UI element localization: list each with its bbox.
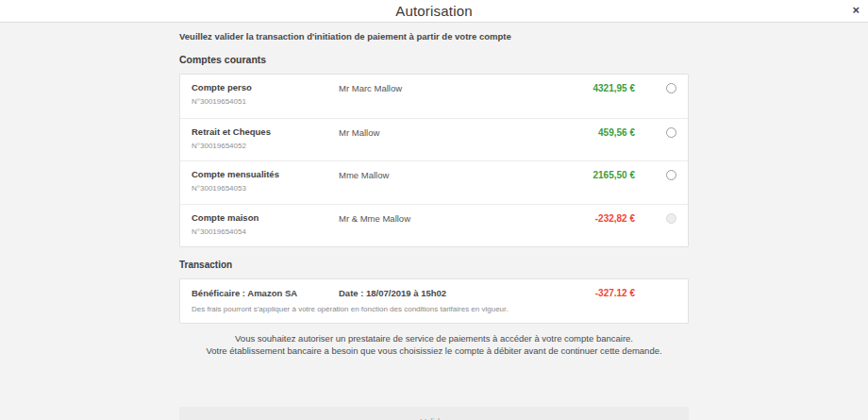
account-holder: Mr Mallow: [339, 126, 546, 138]
transaction-card: Bénéficaire : Amazon SA Date : 18/07/201…: [179, 278, 689, 324]
account-identity: Retrait et Cheques N°30019654052: [192, 126, 339, 150]
transaction-beneficiary: Bénéficaire : Amazon SA: [192, 288, 339, 298]
account-row-compte-mensualites[interactable]: Compte mensualités N°30019654053 Mme Mal…: [180, 160, 688, 204]
account-name: Compte maison: [192, 212, 339, 223]
close-icon[interactable]: ×: [852, 4, 860, 16]
transaction-section-title: Transaction: [179, 260, 689, 270]
account-name: Compte perso: [192, 82, 339, 92]
intro-text: Veuillez valider la transaction d'initia…: [179, 31, 689, 42]
valider-button[interactable]: Valider: [179, 407, 689, 420]
account-row-compte-maison: Compte maison N°30019654054 Mr & Mme Mal…: [180, 204, 688, 247]
transaction-amount: -327.12 €: [546, 288, 635, 298]
account-identity: Compte maison N°30019654054: [192, 212, 339, 236]
account-number: N°30019654051: [192, 97, 339, 106]
account-row-retrait-et-cheques[interactable]: Retrait et Cheques N°30019654052 Mr Mall…: [180, 118, 688, 161]
account-radio[interactable]: [666, 127, 676, 138]
account-balance: 459,56 €: [546, 126, 635, 138]
account-row-compte-perso[interactable]: Compte perso N°30019654051 Mr Marc Mallo…: [180, 75, 688, 118]
account-identity: Compte perso N°30019654051: [192, 82, 339, 106]
account-holder: Mme Mallow: [339, 169, 546, 180]
account-holder: Mr Marc Mallow: [339, 82, 546, 93]
transaction-date: Date : 18/07/2019 à 15h02: [339, 288, 546, 298]
account-radio[interactable]: [666, 170, 676, 180]
account-balance: 2165,50 €: [546, 169, 635, 180]
modal-content: Veuillez valider la transaction d'initia…: [179, 31, 689, 357]
account-number: N°30019654053: [192, 184, 339, 193]
footer-note-line1: Vous souhaitez autoriser un prestataire …: [179, 333, 689, 345]
account-number: N°30019654052: [192, 142, 339, 150]
footer-note: Vous souhaitez autoriser un prestataire …: [179, 333, 689, 357]
account-holder: Mr & Mme Mallow: [339, 212, 546, 224]
account-name: Retrait et Cheques: [192, 126, 339, 137]
page-title: Autorisation: [395, 3, 473, 19]
modal-header: Autorisation ×: [0, 0, 868, 23]
footer-note-line2: Votre établissement bancaire a besoin qu…: [179, 345, 689, 358]
transaction-fine-print: Des frais pourront s'appliquer à votre o…: [192, 305, 676, 313]
account-radio[interactable]: [666, 83, 676, 93]
account-balance: 4321,95 €: [546, 82, 635, 93]
account-identity: Compte mensualités N°30019654053: [192, 169, 339, 193]
transaction-summary: Bénéficaire : Amazon SA Date : 18/07/201…: [192, 288, 676, 298]
account-radio-disabled: [666, 213, 676, 224]
account-number: N°30019654054: [192, 227, 339, 236]
accounts-list: Compte perso N°30019654051 Mr Marc Mallo…: [179, 74, 689, 247]
account-balance: -232,82 €: [546, 212, 635, 224]
account-name: Compte mensualités: [192, 169, 339, 179]
accounts-section-title: Comptes courants: [179, 54, 689, 65]
